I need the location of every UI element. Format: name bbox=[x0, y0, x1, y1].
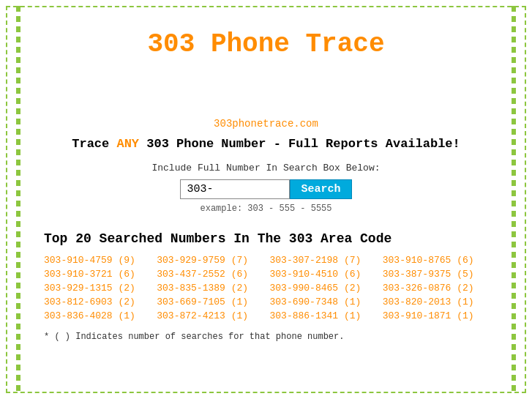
number-link[interactable]: 303-910-4759 (9) bbox=[44, 255, 149, 266]
number-link[interactable]: 303-990-8465 (2) bbox=[270, 283, 375, 294]
tagline-any: ANY bbox=[116, 137, 139, 151]
number-link[interactable]: 303-835-1389 (2) bbox=[157, 283, 262, 294]
tagline-start: Trace bbox=[72, 137, 116, 151]
number-link[interactable]: 303-886-1341 (1) bbox=[270, 310, 375, 321]
main-content: 303 Phone Trace 303phonetrace.com Trace … bbox=[0, 0, 532, 357]
number-link[interactable]: 303-387-9375 (5) bbox=[383, 269, 488, 280]
search-label: Include Full Number In Search Box Below: bbox=[44, 163, 488, 174]
number-link[interactable]: 303-690-7348 (1) bbox=[270, 297, 375, 307]
number-link[interactable]: 303-812-6903 (2) bbox=[44, 297, 149, 307]
number-link[interactable]: 303-910-4510 (6) bbox=[270, 269, 375, 280]
search-row: Search bbox=[44, 179, 488, 199]
number-link[interactable]: 303-820-2013 (1) bbox=[383, 297, 488, 307]
number-link[interactable]: 303-910-3721 (6) bbox=[44, 269, 149, 280]
site-url: 303phonetrace.com bbox=[44, 118, 488, 130]
search-input[interactable] bbox=[180, 179, 290, 199]
number-link[interactable]: 303-929-1315 (2) bbox=[44, 283, 149, 294]
number-link[interactable]: 303-437-2552 (6) bbox=[157, 269, 262, 280]
number-link[interactable]: 303-326-0876 (2) bbox=[383, 283, 488, 294]
page-title: 303 Phone Trace bbox=[44, 29, 488, 59]
number-link[interactable]: 303-872-4213 (1) bbox=[157, 310, 262, 321]
tagline: Trace ANY 303 Phone Number - Full Report… bbox=[44, 137, 488, 151]
search-button[interactable]: Search bbox=[290, 179, 351, 199]
tagline-end: 303 Phone Number - Full Reports Availabl… bbox=[139, 137, 460, 151]
footnote: * ( ) Indicates number of searches for t… bbox=[44, 332, 488, 342]
number-link[interactable]: 303-669-7105 (1) bbox=[157, 297, 262, 307]
number-link[interactable]: 303-836-4028 (1) bbox=[44, 310, 149, 321]
top-numbers-title: Top 20 Searched Numbers In The 303 Area … bbox=[44, 231, 488, 246]
numbers-grid: 303-910-4759 (9)303-929-9759 (7)303-307-… bbox=[44, 255, 488, 321]
number-link[interactable]: 303-307-2198 (7) bbox=[270, 255, 375, 266]
example-text: example: 303 - 555 - 5555 bbox=[44, 204, 488, 214]
number-link[interactable]: 303-929-9759 (7) bbox=[157, 255, 262, 266]
number-link[interactable]: 303-910-8765 (6) bbox=[383, 255, 488, 266]
number-link[interactable]: 303-910-1871 (1) bbox=[383, 310, 488, 321]
